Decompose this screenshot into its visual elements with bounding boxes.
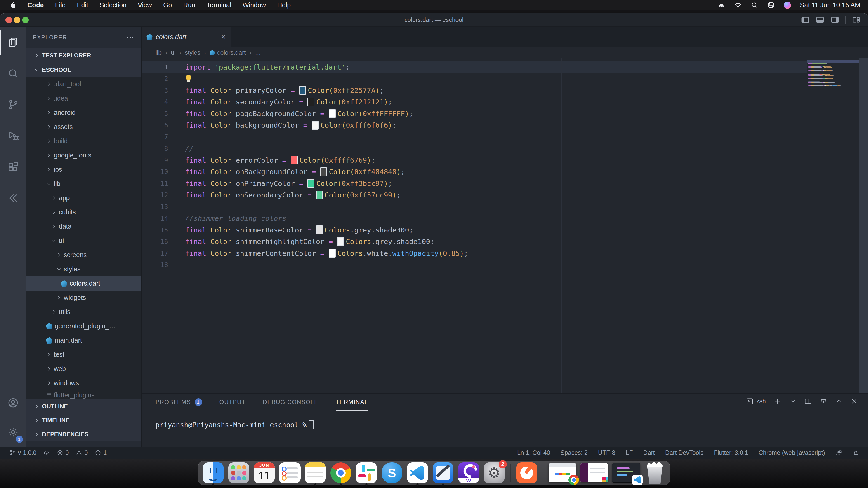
elephant-icon[interactable] xyxy=(718,1,725,9)
minimap[interactable] xyxy=(807,58,859,393)
trash-icon[interactable] xyxy=(819,397,827,405)
code-line-11[interactable]: 11final Color onPrimaryColor = Color(0xf… xyxy=(142,177,807,189)
status-info[interactable]: 1 xyxy=(95,449,107,456)
wifi-icon[interactable] xyxy=(734,1,742,9)
status-utf-8[interactable]: UTF-8 xyxy=(598,449,616,456)
tree-item-assets[interactable]: assets xyxy=(26,120,141,134)
dock-finder[interactable] xyxy=(202,462,224,484)
tree-item-main-dart[interactable]: main.dart xyxy=(26,333,141,348)
dock-system-preferences[interactable]: ⚙2 xyxy=(483,462,505,484)
dock-window-thumb-slack[interactable] xyxy=(580,462,608,484)
dock-window-thumb-vscode[interactable] xyxy=(612,462,640,484)
status-feedback[interactable] xyxy=(835,450,842,456)
code-line-17[interactable]: 17final Color shimmerContentColor = Colo… xyxy=(142,248,807,259)
menu-file[interactable]: File xyxy=(50,1,71,9)
color-swatch[interactable] xyxy=(312,121,319,130)
control-center-icon[interactable] xyxy=(767,1,775,9)
dock-chrome[interactable] xyxy=(330,462,352,484)
split-icon[interactable] xyxy=(804,397,812,405)
code-line-1[interactable]: 1import 'package:flutter/material.dart'; xyxy=(142,61,807,73)
tree-item-dart-tool[interactable]: .dart_tool xyxy=(26,77,141,91)
menu-edit[interactable]: Edit xyxy=(71,1,94,9)
menu-clock[interactable]: Sat 11 Jun 10:15 AM xyxy=(800,1,860,9)
tree-item-build[interactable]: build xyxy=(26,134,141,148)
menu-view[interactable]: View xyxy=(132,1,158,9)
activity-extensions-icon[interactable] xyxy=(0,151,26,183)
tab-close-icon[interactable]: ✕ xyxy=(221,33,226,41)
activity-flutter-icon[interactable] xyxy=(0,183,26,214)
panel-tab-output[interactable]: OUTPUT xyxy=(219,394,246,411)
activity-account-icon[interactable] xyxy=(0,388,26,418)
tree-item-ui[interactable]: ui xyxy=(26,234,141,248)
editor-scrollbar[interactable] xyxy=(859,58,868,393)
tab-colors-dart[interactable]: colors.dart ✕ xyxy=(142,27,231,47)
code-line-7[interactable]: 7 xyxy=(142,131,807,143)
code-line-5[interactable]: 5final Color pageBackgroundColor = Color… xyxy=(142,108,807,120)
siri-icon[interactable] xyxy=(784,2,791,9)
panel-tab-problems[interactable]: PROBLEMS1 xyxy=(156,394,202,411)
dock-calendar[interactable]: JUN11 xyxy=(253,462,275,484)
tree-item-screens[interactable]: screens xyxy=(26,248,141,262)
explorer-more-actions-icon[interactable] xyxy=(126,33,134,42)
terminal-shell-select[interactable]: zsh xyxy=(746,397,766,405)
menu-selection[interactable]: Selection xyxy=(94,1,132,9)
color-swatch[interactable] xyxy=(299,86,306,95)
color-swatch[interactable] xyxy=(316,225,323,234)
close-icon[interactable] xyxy=(850,397,858,405)
code-line-16[interactable]: 16final Color shimmerhighlightColor = Co… xyxy=(142,236,807,248)
code-line-15[interactable]: 15final Color shimmerBaseColor = Colors.… xyxy=(142,224,807,236)
code-line-8[interactable]: 8// xyxy=(142,143,807,155)
color-swatch[interactable] xyxy=(307,98,314,106)
code-line-4[interactable]: 4final Color secondaryColor = Color(0xff… xyxy=(142,96,807,108)
code-line-3[interactable]: 3final Color primaryColor = Color(0xff22… xyxy=(142,85,807,96)
status-branch[interactable]: v-1.0.0 xyxy=(9,449,37,456)
code-line-10[interactable]: 10final Color onBackgroundColor = Color(… xyxy=(142,166,807,178)
menu-code[interactable]: Code xyxy=(22,1,50,9)
tree-item-utils[interactable]: utils xyxy=(26,305,141,319)
dock-skype[interactable]: S xyxy=(381,462,403,484)
color-swatch[interactable] xyxy=(337,237,344,246)
tree-item-data[interactable]: data xyxy=(26,219,141,234)
dock-xcode[interactable] xyxy=(432,462,454,484)
code-line-12[interactable]: 12final Color onSecondaryColor = Color(0… xyxy=(142,189,807,201)
code-line-6[interactable]: 6final Color backgroundColor = Color(0xf… xyxy=(142,120,807,131)
tree-item-styles[interactable]: styles xyxy=(26,262,141,276)
title-bar[interactable]: colors.dart — eschool xyxy=(0,13,868,27)
status-chrome-web-javascript[interactable]: Chrome (web-javascript) xyxy=(758,449,825,456)
tree-item-flutter-plugins[interactable]: flutter_plugins xyxy=(26,390,141,399)
activity-files-icon[interactable] xyxy=(0,27,26,58)
menu-window[interactable]: Window xyxy=(237,1,272,9)
status-lf[interactable]: LF xyxy=(626,449,633,456)
section-dependencies[interactable]: DEPENDENCIES xyxy=(26,427,141,441)
status-ln-1-col-40[interactable]: Ln 1, Col 40 xyxy=(517,449,550,456)
lightbulb-icon[interactable] xyxy=(185,74,192,83)
code-line-13[interactable]: 13 xyxy=(142,201,807,213)
status-cloud-upload[interactable] xyxy=(43,450,50,456)
breadcrumb-ui[interactable]: ui xyxy=(171,49,176,56)
spotlight-icon[interactable] xyxy=(751,1,758,9)
menu-run[interactable]: Run xyxy=(178,1,201,9)
activity-run-debug-icon[interactable] xyxy=(0,120,26,151)
tree-item-test[interactable]: test xyxy=(26,348,141,362)
toggle-panel-icon[interactable] xyxy=(815,15,825,24)
dock-slack[interactable] xyxy=(355,462,377,484)
terminal[interactable]: priyansh@Priyanshs-Mac-mini eschool % xyxy=(142,420,868,429)
tree-item-app[interactable]: app xyxy=(26,191,141,205)
dock-launchpad[interactable] xyxy=(228,462,250,484)
dock-vscode[interactable] xyxy=(407,462,428,484)
chevron-up-icon[interactable] xyxy=(835,397,843,405)
tree-item-widgets[interactable]: widgets xyxy=(26,291,141,305)
status-error[interactable]: 0 xyxy=(57,449,69,456)
section-test-explorer[interactable]: TEST EXPLORER xyxy=(26,48,141,63)
color-swatch[interactable] xyxy=(307,179,314,188)
color-swatch[interactable] xyxy=(316,191,323,199)
toggle-secondary-sidebar-icon[interactable] xyxy=(831,15,839,24)
tree-item-cubits[interactable]: cubits xyxy=(26,205,141,219)
panel-tab-terminal[interactable]: TERMINAL xyxy=(336,394,368,411)
tree-item-colors-dart[interactable]: colors.dart xyxy=(26,276,141,291)
activity-settings-icon[interactable]: 1 xyxy=(0,418,26,447)
status-bell[interactable] xyxy=(852,450,859,456)
tree-item-idea[interactable]: .idea xyxy=(26,91,141,105)
panel-tab-debug-console[interactable]: DEBUG CONSOLE xyxy=(263,394,318,411)
dock-trash[interactable] xyxy=(644,462,666,484)
